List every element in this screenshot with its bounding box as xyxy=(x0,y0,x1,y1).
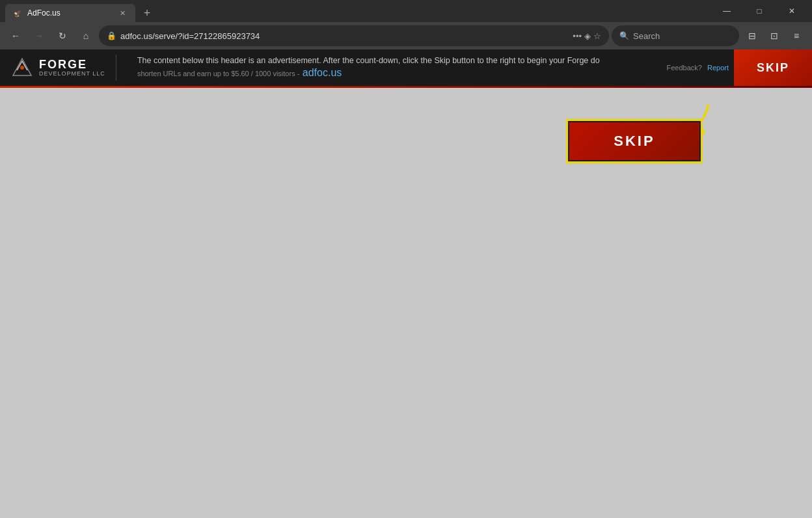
adfoc-message-text: The content below this header is an adve… xyxy=(137,56,600,65)
search-icon: 🔍 xyxy=(619,31,629,40)
adfoc-message-area: The content below this header is an adve… xyxy=(132,55,667,80)
close-button[interactable]: ✕ xyxy=(777,0,807,22)
back-button[interactable]: ← xyxy=(5,25,26,46)
bookmark-icon[interactable]: ☆ xyxy=(593,31,601,41)
adfoc-header: FORGE DEVELOPMENT LLC The content below … xyxy=(0,49,812,86)
adfoc-feedback-text: Feedback? xyxy=(667,64,702,72)
adfoc-report-link[interactable]: Report xyxy=(707,64,729,72)
menu-button[interactable]: ≡ xyxy=(786,25,807,46)
search-placeholder: Search xyxy=(633,31,660,41)
home-button[interactable]: ⌂ xyxy=(75,25,96,46)
lock-icon: 🔒 xyxy=(107,31,116,40)
logo-forge-text: FORGE xyxy=(39,59,105,70)
more-button[interactable]: ••• xyxy=(573,31,582,41)
tab-close-button[interactable]: ✕ xyxy=(117,8,128,18)
address-bar[interactable]: 🔒 adfoc.us/serve/?id=27122865923734 ••• … xyxy=(99,25,609,46)
logo-text: FORGE DEVELOPMENT LLC xyxy=(39,59,105,77)
adfoc-sub-message: shorten URLs and earn up to $5.60 / 1000… xyxy=(132,67,667,80)
active-tab[interactable]: 🦅 AdFoc.us ✕ xyxy=(5,4,135,22)
nav-bar: ← → ↻ ⌂ 🔒 adfoc.us/serve/?id=27122865923… xyxy=(0,22,812,49)
adfoc-skip-header-button[interactable]: SKIP xyxy=(734,49,812,86)
nav-right-icons: ⊟ ⊡ ≡ xyxy=(742,25,807,46)
address-more: ••• ◈ ☆ xyxy=(573,31,601,41)
window-controls: — □ ✕ xyxy=(712,0,807,22)
logo-dev-text: DEVELOPMENT LLC xyxy=(39,70,105,77)
tab-favicon: 🦅 xyxy=(13,9,22,18)
page-content: SKIP xyxy=(0,88,812,518)
sidebar-button[interactable]: ⊡ xyxy=(764,25,785,46)
browser-chrome: 🦅 AdFoc.us ✕ + — □ ✕ ← → ↻ ⌂ 🔒 adfoc.us/… xyxy=(0,0,812,49)
tab-title: AdFoc.us xyxy=(27,8,112,18)
adfoc-main-message: The content below this header is an adve… xyxy=(132,55,667,67)
adfoc-feedback-area: Feedback? Report xyxy=(667,64,734,72)
tab-bar: 🦅 AdFoc.us ✕ + xyxy=(5,0,707,22)
address-text: adfoc.us/serve/?id=27122865923734 xyxy=(120,31,569,41)
forward-button[interactable]: → xyxy=(29,25,49,46)
adfoc-logo: FORGE DEVELOPMENT LLC xyxy=(0,55,132,81)
page-skip-button[interactable]: SKIP xyxy=(569,122,699,160)
new-tab-button[interactable]: + xyxy=(138,4,156,22)
page-skip-container: SKIP xyxy=(566,119,703,163)
refresh-button[interactable]: ↻ xyxy=(52,25,73,46)
adfoc-link[interactable]: adfoc.us xyxy=(303,67,342,78)
forge-logo-icon xyxy=(10,56,34,79)
maximize-button[interactable]: □ xyxy=(744,0,774,22)
minimize-button[interactable]: — xyxy=(712,0,742,22)
title-bar: 🦅 AdFoc.us ✕ + — □ ✕ xyxy=(0,0,812,22)
page-skip-outer-border: SKIP xyxy=(566,119,703,163)
logo-divider xyxy=(116,55,116,81)
svg-point-1 xyxy=(20,66,24,70)
bookmarks-toolbar-button[interactable]: ⊟ xyxy=(742,25,763,46)
search-bar[interactable]: 🔍 Search xyxy=(612,25,739,46)
adfoc-sub-text: shorten URLs and earn up to $5.60 / 1000… xyxy=(137,70,299,77)
pocket-icon[interactable]: ◈ xyxy=(584,31,591,41)
